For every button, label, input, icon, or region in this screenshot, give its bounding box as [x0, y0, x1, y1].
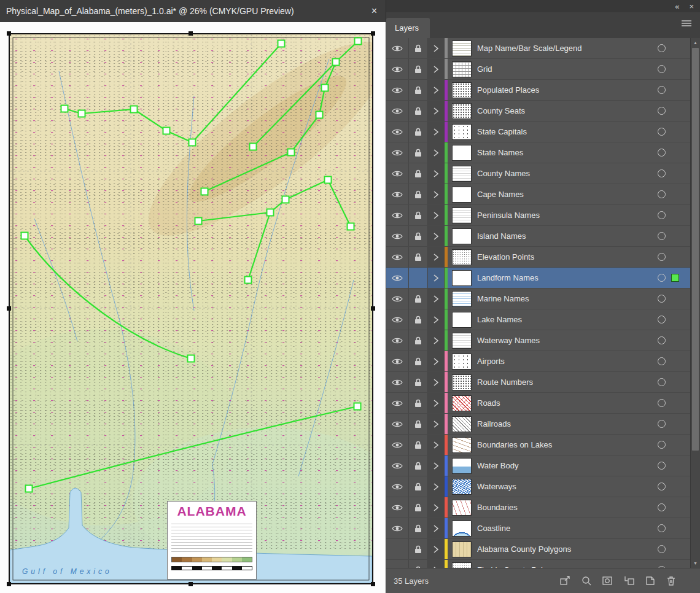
- layer-row[interactable]: Waterways: [386, 476, 700, 497]
- lock-toggle[interactable]: [409, 205, 428, 225]
- lock-toggle[interactable]: [409, 80, 428, 100]
- expand-arrow[interactable]: [428, 80, 445, 100]
- target-circle[interactable]: [658, 420, 666, 428]
- layer-row[interactable]: State Names: [386, 142, 700, 163]
- target-circle[interactable]: [658, 378, 666, 386]
- visibility-toggle[interactable]: [386, 163, 409, 184]
- new-sublayer-icon[interactable]: [623, 575, 635, 586]
- layer-row[interactable]: Peninsula Names: [386, 205, 700, 226]
- visibility-toggle[interactable]: [386, 268, 409, 288]
- lock-toggle[interactable]: [409, 497, 428, 517]
- expand-arrow[interactable]: [428, 330, 445, 351]
- layer-row[interactable]: Boundaries on Lakes: [386, 435, 700, 455]
- lock-toggle[interactable]: [409, 455, 428, 476]
- expand-arrow[interactable]: [428, 351, 445, 371]
- target-circle[interactable]: [658, 295, 666, 303]
- selection-handle[interactable]: [371, 306, 375, 311]
- layer-row[interactable]: Alabama County Polygons: [386, 539, 700, 560]
- expand-arrow[interactable]: [428, 268, 445, 288]
- visibility-toggle[interactable]: [386, 455, 409, 476]
- layer-row[interactable]: Map Name/Bar Scale/Legend: [386, 38, 700, 59]
- target-circle[interactable]: [658, 545, 666, 553]
- layer-row[interactable]: Railroads: [386, 414, 700, 435]
- lock-toggle[interactable]: [409, 184, 428, 204]
- layer-thumbnail[interactable]: [452, 479, 472, 495]
- expand-arrow[interactable]: [428, 455, 445, 476]
- lock-toggle[interactable]: [409, 560, 428, 568]
- scrollbar[interactable]: ▲ ▼: [690, 38, 700, 568]
- scroll-down-icon[interactable]: ▼: [691, 559, 700, 568]
- target-circle[interactable]: [658, 86, 666, 94]
- visibility-toggle[interactable]: [386, 309, 409, 330]
- layer-thumbnail[interactable]: [452, 562, 472, 568]
- expand-arrow[interactable]: [428, 163, 445, 184]
- layer-row[interactable]: County Names: [386, 163, 700, 184]
- target-circle[interactable]: [658, 169, 666, 177]
- layer-row[interactable]: State Capitals: [386, 122, 700, 142]
- visibility-toggle[interactable]: [386, 518, 409, 538]
- lock-toggle[interactable]: [409, 142, 428, 163]
- visibility-toggle[interactable]: [386, 539, 409, 559]
- layer-row[interactable]: Water Body: [386, 455, 700, 476]
- target-circle[interactable]: [658, 65, 666, 73]
- layer-thumbnail[interactable]: [452, 541, 472, 557]
- layer-row[interactable]: Elevation Points: [386, 247, 700, 268]
- target-circle[interactable]: [658, 211, 666, 219]
- lock-toggle[interactable]: [409, 435, 428, 455]
- lock-toggle[interactable]: [409, 330, 428, 351]
- layer-thumbnail[interactable]: [452, 312, 472, 328]
- selection-handle[interactable]: [189, 31, 193, 36]
- target-circle[interactable]: [658, 44, 666, 52]
- layer-thumbnail[interactable]: [452, 521, 472, 537]
- expand-arrow[interactable]: [428, 184, 445, 204]
- visibility-toggle[interactable]: [386, 497, 409, 517]
- target-circle[interactable]: [658, 128, 666, 136]
- layer-row[interactable]: Lake Names: [386, 309, 700, 330]
- visibility-toggle[interactable]: [386, 476, 409, 497]
- expand-arrow[interactable]: [428, 497, 445, 517]
- visibility-toggle[interactable]: [386, 59, 409, 79]
- target-circle[interactable]: [658, 190, 666, 198]
- lock-toggle[interactable]: [409, 289, 428, 309]
- expand-arrow[interactable]: [428, 122, 445, 142]
- layer-thumbnail[interactable]: [452, 41, 472, 56]
- layer-row[interactable]: Landform Names: [386, 268, 700, 289]
- visibility-toggle[interactable]: [386, 247, 409, 267]
- canvas[interactable]: ALABAMA Gulf of Mexico: [0, 22, 386, 593]
- layer-thumbnail[interactable]: [452, 124, 472, 140]
- layer-thumbnail[interactable]: [452, 500, 472, 516]
- visibility-toggle[interactable]: [386, 351, 409, 371]
- tab-layers[interactable]: Layers: [386, 18, 430, 38]
- layer-row[interactable]: Cape Names: [386, 184, 700, 205]
- selection-handle[interactable]: [189, 582, 193, 586]
- expand-arrow[interactable]: [428, 101, 445, 121]
- clipping-mask-icon[interactable]: [602, 575, 613, 586]
- layer-thumbnail[interactable]: [452, 395, 472, 411]
- layer-thumbnail[interactable]: [452, 416, 472, 432]
- lock-toggle[interactable]: [409, 59, 428, 79]
- layer-thumbnail[interactable]: [452, 228, 472, 244]
- lock-toggle[interactable]: [409, 163, 428, 184]
- expand-arrow[interactable]: [428, 393, 445, 413]
- expand-arrow[interactable]: [428, 414, 445, 434]
- target-circle[interactable]: [658, 149, 666, 157]
- search-icon[interactable]: [581, 575, 592, 586]
- layer-row[interactable]: Waterway Names: [386, 330, 700, 351]
- expand-arrow[interactable]: [428, 435, 445, 455]
- lock-toggle[interactable]: [409, 414, 428, 434]
- expand-arrow[interactable]: [428, 226, 445, 246]
- visibility-toggle[interactable]: [386, 393, 409, 413]
- lock-toggle[interactable]: [409, 101, 428, 121]
- target-circle[interactable]: [658, 107, 666, 115]
- expand-arrow[interactable]: [428, 205, 445, 225]
- layer-thumbnail[interactable]: [452, 166, 472, 182]
- layer-row[interactable]: County Seats: [386, 101, 700, 122]
- target-circle[interactable]: [658, 316, 666, 324]
- target-circle[interactable]: [658, 336, 666, 344]
- lock-toggle[interactable]: [409, 372, 428, 392]
- visibility-toggle[interactable]: [386, 80, 409, 100]
- expand-arrow[interactable]: [428, 309, 445, 330]
- target-circle[interactable]: [658, 232, 666, 240]
- layer-thumbnail[interactable]: [452, 437, 472, 453]
- visibility-toggle[interactable]: [386, 226, 409, 246]
